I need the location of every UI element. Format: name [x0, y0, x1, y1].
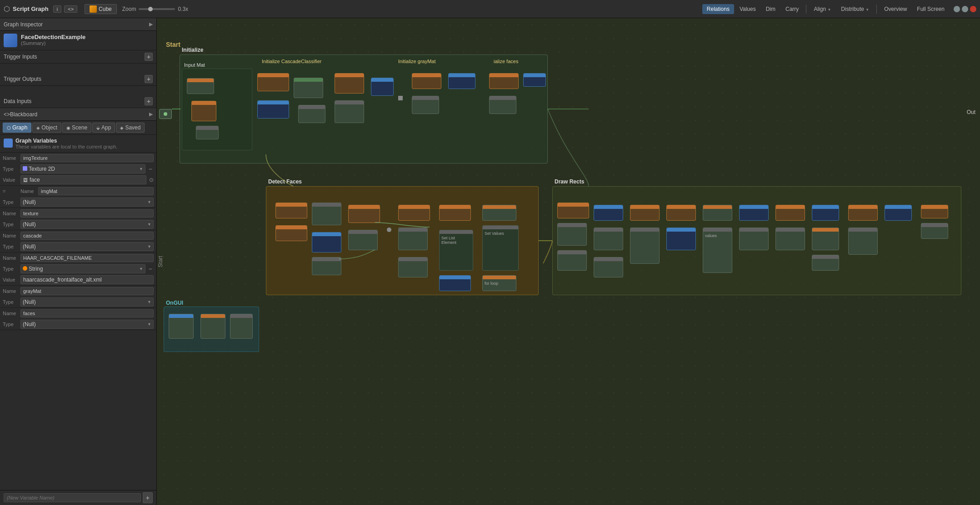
df-node-9-header — [399, 228, 427, 232]
df-node-11-text: Set ListElement — [441, 236, 471, 245]
data-inputs-add-button[interactable]: + — [145, 97, 153, 105]
overview-button[interactable]: Overview — [880, 4, 911, 14]
var-type-select-0[interactable]: Texture 2D ▼ — [20, 164, 145, 173]
type-dropdown-arrow-5: ▼ — [147, 300, 151, 304]
cube-button[interactable]: Cube — [85, 4, 117, 14]
df-node-13-header — [440, 276, 470, 279]
minimize-button[interactable] — [954, 6, 960, 12]
graph-scope-icon: ⬡ — [7, 125, 11, 130]
var-name-input-6[interactable] — [20, 309, 154, 317]
cascade-classifier-label: Initialize CascadeClassifier — [262, 59, 321, 64]
dr-node-10-header — [667, 228, 695, 232]
dr-node-7-header — [630, 205, 659, 209]
new-variable-add-button[interactable]: + — [143, 492, 153, 503]
var-type-select-6[interactable]: (Null) ▼ — [20, 320, 154, 329]
var-name-input-1[interactable] — [38, 187, 154, 195]
info-button[interactable]: i — [53, 5, 61, 13]
values-button[interactable]: Values — [735, 4, 760, 14]
zoom-value: 0.3x — [178, 6, 188, 12]
var-type-select-4[interactable]: String ▼ — [20, 264, 145, 273]
var-name-input-3[interactable] — [20, 232, 154, 240]
align-button[interactable]: Align ▼ — [809, 4, 835, 14]
df-node-16-text: for loop — [485, 281, 514, 286]
df-node-6 — [348, 205, 380, 223]
var-name-input-4[interactable] — [20, 254, 154, 262]
var-type-select-2[interactable]: (Null) ▼ — [20, 220, 154, 229]
var-value-icon-0: 🖼 — [23, 178, 28, 183]
var-type-row-2: Type (Null) ▼ — [0, 219, 156, 230]
var-minus-4[interactable]: − — [147, 265, 154, 272]
app-scope-icon: ⬙ — [96, 125, 100, 130]
carry-button[interactable]: Carry — [781, 4, 803, 14]
var-minus-0[interactable]: − — [147, 165, 154, 173]
zoom-slider[interactable] — [139, 8, 175, 10]
titlebar-left: ⬡ Script Graph i <> — [0, 5, 81, 13]
df-node-3 — [312, 203, 341, 225]
dr-node-9-header — [667, 205, 695, 209]
close-button[interactable] — [970, 6, 976, 12]
scope-tab-object[interactable]: ◈ Object — [32, 123, 61, 133]
var-value-btn-0[interactable]: ⊙ — [149, 177, 154, 183]
dr-node-11 — [703, 205, 732, 221]
dr-node-16-header — [776, 228, 805, 232]
face-detection-title: FaceDetectionExample — [21, 34, 85, 40]
type-dropdown-arrow-3: ▼ — [147, 244, 151, 249]
scope-tab-app[interactable]: ⬙ App — [92, 123, 115, 133]
dr-node-21-header — [849, 228, 877, 232]
init-node-12 — [489, 96, 516, 114]
blackboard-arrow[interactable]: ▶ — [149, 111, 153, 117]
var-type-select-5[interactable]: (Null) ▼ — [20, 297, 154, 307]
ongui-group: OnGUI — [164, 307, 259, 352]
dr-node-24 — [921, 223, 948, 239]
relations-button[interactable]: Relations — [702, 4, 734, 14]
df-node-8-header — [399, 205, 430, 209]
init-node-6-header — [335, 101, 364, 104]
trigger-inputs-add-button[interactable]: + — [145, 53, 153, 61]
dr-node-17-header — [812, 205, 839, 209]
scope-tab-saved[interactable]: ◈ Saved — [116, 123, 145, 133]
node-2 — [196, 126, 219, 139]
type-dropdown-arrow-0: ▼ — [139, 167, 143, 171]
trigger-outputs-add-button[interactable]: + — [145, 75, 153, 83]
graph-variables-header: Graph Variables These variables are loca… — [0, 135, 156, 153]
face-detection-info: FaceDetectionExample (Summary) — [21, 34, 85, 46]
ongui-node-2 — [200, 314, 225, 339]
ongui-node-1 — [169, 314, 194, 339]
var-name-input-0[interactable] — [20, 154, 154, 162]
df-node-2-header — [276, 226, 307, 229]
init-node-2-header — [258, 101, 289, 104]
var-type-select-3[interactable]: (Null) ▼ — [20, 242, 154, 251]
graph-variables-icon — [4, 139, 13, 148]
dr-node-1 — [557, 203, 589, 218]
blackboard-label: <>Blackboard — [4, 111, 37, 118]
var-type-select-1[interactable]: (Null) ▼ — [20, 198, 154, 207]
var-name-input-5[interactable] — [20, 287, 154, 295]
scope-tab-graph[interactable]: ⬡ Graph — [3, 123, 31, 133]
distribute-dropdown-arrow: ▼ — [865, 8, 869, 12]
dr-node-8 — [630, 228, 660, 264]
graph-area[interactable]: Start Start Initialize Initialize Cascad… — [157, 18, 980, 505]
distribute-button[interactable]: Distribute ▼ — [836, 4, 874, 14]
maximize-button[interactable] — [962, 6, 968, 12]
init-node-3-header — [294, 78, 323, 82]
dim-button[interactable]: Dim — [761, 4, 780, 14]
dr-node-3-header — [558, 251, 586, 254]
df-node-14-header — [483, 205, 516, 209]
graph-inspector-arrow[interactable]: ▶ — [149, 21, 153, 27]
new-variable-input[interactable] — [4, 493, 141, 502]
df-node-7 — [348, 230, 378, 250]
dr-node-22 — [885, 205, 912, 221]
dr-node-2 — [557, 223, 587, 246]
code-button[interactable]: <> — [64, 5, 77, 13]
var-eq-1: = — [3, 188, 19, 194]
var-value-label-4: Value — [3, 277, 19, 282]
init-node-4-header — [299, 105, 325, 109]
scope-tab-scene[interactable]: ◉ Scene — [62, 123, 91, 133]
fullscreen-button[interactable]: Full Screen — [912, 4, 949, 14]
var-name-input-2[interactable] — [20, 209, 154, 218]
start-label: Start — [166, 41, 180, 48]
draw-rects-group-label: Draw Rects — [555, 178, 584, 185]
dr-node-18 — [812, 228, 839, 250]
dr-node-13-header — [740, 205, 768, 209]
var-value-text-4: haarcascade_frontalface_alt.xml — [23, 277, 102, 283]
